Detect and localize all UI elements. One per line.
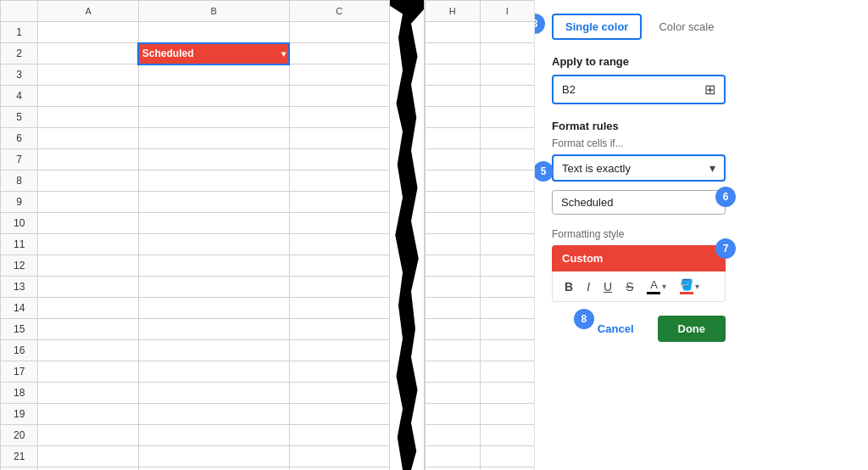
cell-c18[interactable] — [289, 383, 389, 404]
bold-button[interactable]: B — [561, 278, 576, 295]
cell-i8[interactable] — [480, 171, 535, 192]
cell-h16[interactable] — [426, 340, 481, 361]
cell-h2[interactable] — [426, 43, 481, 64]
cell-i1[interactable] — [480, 22, 535, 43]
cell-c2[interactable] — [289, 43, 389, 64]
italic-button[interactable]: I — [583, 278, 593, 295]
cell-a1[interactable] — [38, 22, 138, 43]
underline-button[interactable]: U — [600, 278, 615, 295]
range-input[interactable] — [562, 83, 704, 96]
cell-a9[interactable] — [38, 192, 138, 213]
cell-i12[interactable] — [480, 255, 535, 277]
cell-h17[interactable] — [426, 361, 481, 383]
cell-i21[interactable] — [480, 446, 535, 467]
cell-c1[interactable] — [289, 22, 389, 43]
cell-b20[interactable] — [138, 425, 289, 446]
grid-select-icon[interactable]: ⊞ — [704, 81, 715, 98]
tab-color-scale[interactable]: Color scale — [659, 20, 714, 33]
condition-value-input-wrap[interactable] — [552, 190, 726, 215]
cell-a8[interactable] — [38, 171, 138, 192]
cell-b13[interactable] — [138, 277, 289, 298]
cell-a20[interactable] — [38, 425, 138, 446]
cell-b3[interactable] — [138, 64, 289, 86]
cell-b1[interactable] — [138, 22, 289, 43]
cell-h4[interactable] — [426, 86, 481, 107]
cell-c3[interactable] — [289, 64, 389, 86]
cell-i7[interactable] — [480, 149, 535, 171]
cell-c4[interactable] — [289, 86, 389, 107]
done-button[interactable]: Done — [658, 316, 726, 342]
cell-b15[interactable] — [138, 319, 289, 340]
cell-i5[interactable] — [480, 107, 535, 128]
col-header-a[interactable]: A — [38, 1, 138, 22]
cell-h6[interactable] — [426, 128, 481, 149]
cell-b11[interactable] — [138, 234, 289, 255]
cell-c10[interactable] — [289, 213, 389, 234]
col-header-c[interactable]: C — [289, 1, 389, 22]
cell-b18[interactable] — [138, 383, 289, 404]
cell-h14[interactable] — [426, 298, 481, 319]
cell-c21[interactable] — [289, 446, 389, 467]
cell-b19[interactable] — [138, 404, 289, 425]
cell-b21[interactable] — [138, 446, 289, 467]
cell-i14[interactable] — [480, 298, 535, 319]
cell-c13[interactable] — [289, 277, 389, 298]
cell-i22[interactable] — [480, 467, 535, 471]
condition-value-input[interactable] — [561, 196, 716, 209]
cell-h8[interactable] — [426, 171, 481, 192]
cell-i10[interactable] — [480, 213, 535, 234]
range-input-row[interactable]: ⊞ — [552, 75, 726, 104]
fill-color-button[interactable]: 🪣 ▾ — [676, 277, 703, 296]
cell-c20[interactable] — [289, 425, 389, 446]
cell-h22[interactable] — [426, 467, 481, 471]
cell-h15[interactable] — [426, 319, 481, 340]
cell-a5[interactable] — [38, 107, 138, 128]
col-header-h[interactable]: H — [426, 1, 481, 22]
cell-c11[interactable] — [289, 234, 389, 255]
cell-h3[interactable] — [426, 64, 481, 86]
cell-b16[interactable] — [138, 340, 289, 361]
cell-b17[interactable] — [138, 361, 289, 383]
cell-a14[interactable] — [38, 298, 138, 319]
cell-h9[interactable] — [426, 192, 481, 213]
cell-c15[interactable] — [289, 319, 389, 340]
cell-b4[interactable] — [138, 86, 289, 107]
cell-h13[interactable] — [426, 277, 481, 298]
cell-i19[interactable] — [480, 404, 535, 425]
cell-a11[interactable] — [38, 234, 138, 255]
cell-h18[interactable] — [426, 383, 481, 404]
cell-b2[interactable]: Scheduled▾ — [138, 43, 289, 64]
cell-c17[interactable] — [289, 361, 389, 383]
col-header-b[interactable]: B — [138, 1, 289, 22]
cell-h5[interactable] — [426, 107, 481, 128]
cell-b7[interactable] — [138, 149, 289, 171]
cell-c7[interactable] — [289, 149, 389, 171]
cell-i9[interactable] — [480, 192, 535, 213]
cell-a19[interactable] — [38, 404, 138, 425]
cell-a10[interactable] — [38, 213, 138, 234]
cell-a17[interactable] — [38, 361, 138, 383]
strikethrough-button[interactable]: S — [622, 278, 637, 295]
cell-c14[interactable] — [289, 298, 389, 319]
cell-a15[interactable] — [38, 319, 138, 340]
col-header-i[interactable]: I — [480, 1, 535, 22]
cell-a6[interactable] — [38, 128, 138, 149]
cell-a18[interactable] — [38, 383, 138, 404]
cell-i4[interactable] — [480, 86, 535, 107]
cell-c22[interactable] — [289, 467, 389, 471]
cell-a22[interactable] — [38, 467, 138, 471]
cell-i3[interactable] — [480, 64, 535, 86]
cell-c12[interactable] — [289, 255, 389, 277]
cell-h1[interactable] — [426, 22, 481, 43]
tab-single-color[interactable]: Single color — [552, 14, 642, 40]
cell-c6[interactable] — [289, 128, 389, 149]
cell-a21[interactable] — [38, 446, 138, 467]
cell-a13[interactable] — [38, 277, 138, 298]
font-color-button[interactable]: A ▾ — [643, 277, 670, 296]
cell-h11[interactable] — [426, 234, 481, 255]
cell-b9[interactable] — [138, 192, 289, 213]
cell-a7[interactable] — [38, 149, 138, 171]
cell-h10[interactable] — [426, 213, 481, 234]
cell-a12[interactable] — [38, 255, 138, 277]
cell-b6[interactable] — [138, 128, 289, 149]
